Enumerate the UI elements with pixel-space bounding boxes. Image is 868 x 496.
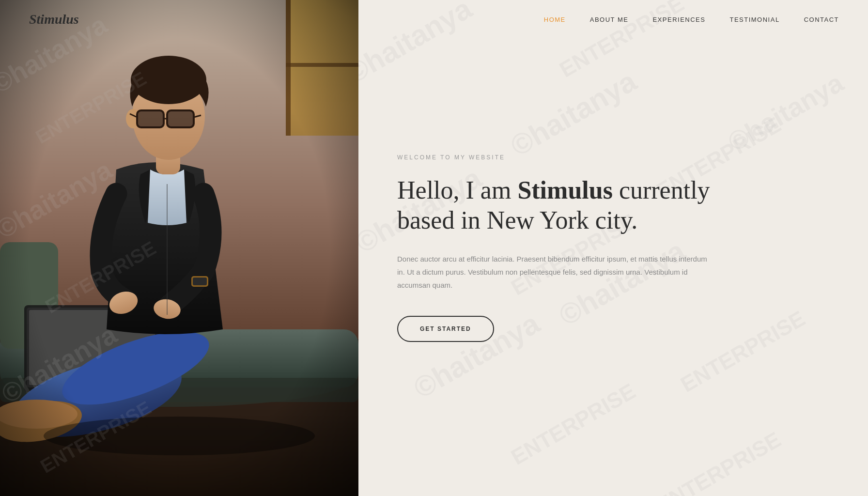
welcome-label: WELCOME TO MY WEBSITE	[397, 154, 736, 161]
get-started-button[interactable]: GET STARTED	[397, 316, 494, 342]
hero-name: Stimulus	[517, 176, 613, 204]
hero-description: Donec auctor arcu at efficitur lacinia. …	[397, 252, 712, 292]
nav-item-contact[interactable]: CONTACT	[804, 16, 839, 23]
header: Stimulus HOME ABOUT ME EXPERIENCES TESTI…	[0, 0, 868, 39]
content-panel: ©haitanya ENTERPRISE ©haitanya ENTERPRIS…	[358, 0, 868, 496]
hero-heading-part1: Hello, I am	[397, 176, 517, 204]
navigation: HOME ABOUT ME EXPERIENCES TESTIMONIAL CO…	[544, 16, 839, 23]
svg-rect-35	[0, 0, 358, 496]
nav-item-testimonial[interactable]: TESTIMONIAL	[729, 16, 779, 23]
logo: Stimulus	[29, 12, 79, 27]
hero-content: WELCOME TO MY WEBSITE Hello, I am Stimul…	[397, 154, 736, 342]
nav-item-home[interactable]: HOME	[544, 16, 566, 23]
nav-item-experiences[interactable]: EXPERIENCES	[652, 16, 705, 23]
nav-item-about[interactable]: ABOUT ME	[590, 16, 629, 23]
hero-image-panel: ©haitanya ENTERPRISE ©haitanya ENTERPRIS…	[0, 0, 358, 496]
hero-heading: Hello, I am Stimulus currently based in …	[397, 175, 736, 236]
